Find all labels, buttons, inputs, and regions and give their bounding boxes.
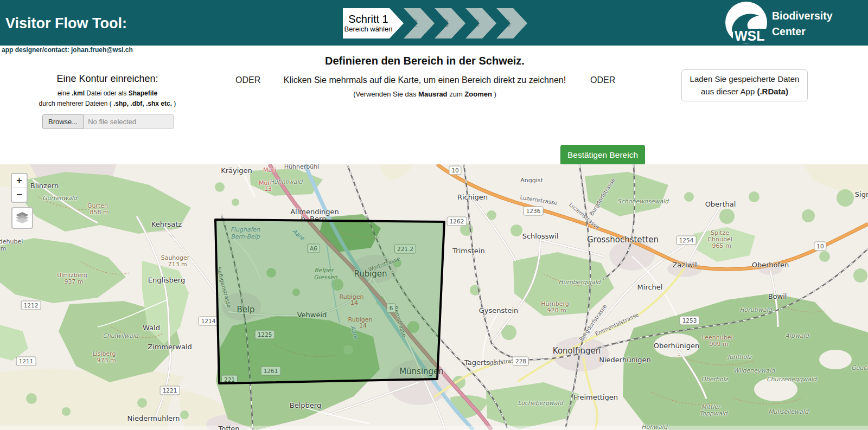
layers-icon: [16, 212, 29, 224]
upload-section: Eine Kontur einreichen: eine .kml Datei …: [21, 73, 194, 129]
step-2: 2: [404, 8, 435, 38]
upload-hint-2: durch mehrerer Dateien ( .shp, .dbf, .sh…: [21, 100, 194, 107]
step-1-sublabel: Bereich wählen: [343, 25, 394, 34]
load-rdata-line2: aus dieser App (.RData): [682, 86, 807, 98]
zoom-out-button[interactable]: −: [12, 188, 27, 202]
oder-separator-left: ODER: [235, 75, 260, 85]
upload-hint-1: eine .kml Datei oder als Shapefile: [21, 89, 194, 97]
step-1-label: Schritt 1: [343, 13, 394, 25]
contact-line: app designer/contact: johan.frueh@wsl.ch: [2, 46, 133, 54]
browse-button[interactable]: Browse...: [42, 114, 84, 129]
zoom-in-button[interactable]: +: [12, 174, 27, 188]
step-4: 4: [465, 8, 496, 38]
draw-note: (Verwenden Sie das Mausrad zum Zoomen ): [271, 90, 578, 98]
map-base-tiles: [0, 164, 868, 430]
page-title: Definieren den Bereich in der Schweiz.: [0, 55, 850, 67]
oder-separator-right: ODER: [590, 75, 615, 85]
load-rdata-line1: Laden Sie gespeicherte Daten: [682, 73, 807, 86]
step-1-active: Schritt 1 Bereich wählen: [343, 8, 404, 38]
step-wizard: Schritt 1 Bereich wählen 2 3 4 5: [343, 8, 527, 38]
brand-line1: Biodiversity: [772, 8, 833, 24]
file-input: Browse... No file selected: [42, 114, 174, 129]
draw-instructions: Klicken Sie mehrmals auf die Karte, um e…: [271, 75, 578, 98]
confirm-area-button[interactable]: Bestätigen Bereich: [560, 145, 645, 165]
step-5: 5: [496, 8, 527, 38]
wsl-logo-text: WSL: [733, 29, 767, 43]
map[interactable]: BlinzernKehrsatzEnglisbergWaldZimmerwald…: [0, 164, 868, 430]
brand-line2: Center: [772, 24, 833, 40]
app-title: Visitor Flow Tool:: [5, 15, 127, 32]
load-rdata-button[interactable]: Laden Sie gespeicherte Daten aus dieser …: [681, 69, 808, 101]
draw-instruction: Klicken Sie mehrmals auf die Karte, um e…: [271, 75, 578, 85]
zoom-control: + −: [11, 173, 28, 203]
file-field[interactable]: No file selected: [84, 114, 174, 129]
layers-control[interactable]: [11, 207, 33, 229]
header-bar: Visitor Flow Tool: Schritt 1 Bereich wäh…: [0, 0, 868, 46]
upload-title: Eine Kontur einreichen:: [21, 73, 194, 85]
brand-name: Biodiversity Center: [772, 8, 833, 40]
step-3: 3: [435, 8, 465, 38]
